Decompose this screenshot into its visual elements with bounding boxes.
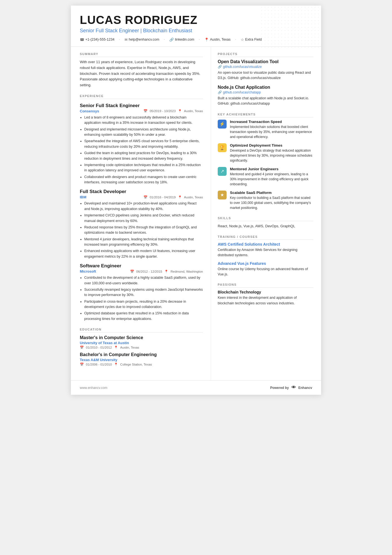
- project-link-2: 🔗 github.com/lucas/chatapp: [218, 90, 313, 94]
- project-desc-2: Built a scalable chat application with N…: [218, 96, 313, 107]
- achievement-desc-4: Key contributor to building a SaaS platf…: [230, 195, 313, 210]
- education-section: EDUCATION Master's in Computer Science U…: [80, 328, 203, 366]
- achievement-item-2: 🏆 Optimized Deployment Times Developed a…: [218, 143, 313, 163]
- link-icon: 🔗: [169, 38, 174, 42]
- project-desc-1: An open-source tool to visualize public …: [218, 70, 313, 81]
- achievement-item-1: ⚡ Increased Transaction Speed Implemente…: [218, 120, 313, 139]
- training-label: TRAINING / COURSES: [218, 235, 313, 240]
- job-title-3: Software Engineer: [80, 263, 203, 269]
- job-meta-2: IBM 📅 01/2016 - 04/2019 📍 Austin, Texas: [80, 195, 203, 199]
- edu-meta-1: 📅 01/2010 - 01/2012 📍 Austin, Texas: [80, 346, 203, 349]
- calendar-icon-1: 📅: [143, 109, 147, 113]
- list-item: Implementing code optimization technique…: [84, 162, 203, 173]
- job-dates-3: 📅 06/2012 - 12/2015 📍 Redmond, Washingto…: [130, 270, 203, 273]
- achievement-icon-3: ↗: [218, 167, 227, 176]
- training-desc-1: Certification by Amazon Web Services for…: [218, 247, 313, 258]
- job-dates-2: 📅 01/2016 - 04/2019 📍 Austin, Texas: [143, 195, 203, 199]
- edu-degree-2: Bachelor's in Computer Engineering: [80, 352, 203, 357]
- projects-section: PROJECTS Open Data Visualization Tool 🔗 …: [218, 52, 313, 107]
- footer: www.enhancv.com Powered by Enhancv: [71, 380, 321, 395]
- training-name-2: Advanced Vue.js Features: [218, 261, 313, 266]
- achievement-icon-1: ⚡: [218, 120, 227, 129]
- footer-website: www.enhancv.com: [80, 386, 107, 390]
- summary-label: SUMMARY: [80, 52, 203, 57]
- passion-name-1: Blockchain Technology: [218, 290, 313, 294]
- sep-3: ·: [199, 37, 200, 42]
- main-content: SUMMARY With over 11 years of experience…: [71, 47, 321, 380]
- achievements-label: KEY ACHIEVEMENTS: [218, 113, 313, 117]
- calendar-icon-3: 📅: [130, 270, 134, 273]
- link-icon-p2: 🔗: [218, 90, 222, 94]
- job-company-2: IBM: [80, 195, 86, 199]
- job-company-3: Microsoft: [80, 269, 96, 273]
- education-label: EDUCATION: [80, 328, 203, 332]
- experience-label: EXPERIENCE: [80, 94, 203, 99]
- job-bullets-1: Led a team of 8 engineers and successful…: [80, 115, 203, 185]
- experience-section: EXPERIENCE Senior Full Stack Engineer Co…: [80, 94, 203, 322]
- list-item: Reduced response times by 25% through th…: [84, 225, 203, 236]
- job-dates-1: 📅 05/2019 - 10/2023 📍 Austin, Texas: [143, 109, 203, 113]
- skills-label: SKILLS: [218, 216, 313, 221]
- contact-phone: ☎ +1-(234)-555-1234: [80, 38, 115, 42]
- list-item: Developed and maintained 10+ production-…: [84, 201, 203, 212]
- list-item: Spearheaded the integration of AWS cloud…: [84, 139, 203, 149]
- achievement-item-3: ↗ Mentored Junior Engineers Mentored and…: [218, 167, 313, 187]
- job-bullets-3: Contributed to the development of a high…: [80, 275, 203, 322]
- passions-section: PASSIONS Blockchain Technology Keen inte…: [218, 283, 313, 306]
- edu-meta-2: 📅 01/2006 - 01/2010 📍 College Station, T…: [80, 362, 203, 366]
- training-section: TRAINING / COURSES AWS Certified Solutio…: [218, 235, 313, 277]
- list-item: Designed and implemented microservices a…: [84, 127, 203, 138]
- svg-point-0: [293, 386, 294, 388]
- list-item: Enhanced existing applications with mode…: [84, 248, 203, 259]
- job-bullets-2: Developed and maintained 10+ production-…: [80, 201, 203, 259]
- list-item: Mentored 4 junior developers, leading te…: [84, 237, 203, 248]
- enhancv-logo-icon: [291, 384, 297, 391]
- list-item: Successfully revamped legacy systems usi…: [84, 287, 203, 298]
- project-link-1: 🔗 github.com/lucas/visualize: [218, 65, 313, 69]
- achievement-desc-2: Developed a DevOps strategy that reduced…: [230, 148, 313, 163]
- achievement-desc-3: Mentored and guided 4 junior engineers, …: [230, 172, 313, 187]
- job-meta-1: Consensys 📅 05/2019 - 10/2023 📍 Austin, …: [80, 109, 203, 113]
- summary-section: SUMMARY With over 11 years of experience…: [80, 52, 203, 88]
- footer-brand: Powered by Enhancv: [270, 384, 312, 391]
- pin-icon-1: 📍: [178, 109, 182, 113]
- contact-row: ☎ +1-(234)-555-1234 · ✉ help@enhancv.com…: [80, 37, 312, 42]
- training-desc-2: Online course by Udemy focusing on advan…: [218, 267, 313, 277]
- pin-icon-2: 📍: [178, 195, 182, 199]
- achievement-icon-4: ★: [218, 191, 227, 199]
- list-item: Guided the team in adopting best practic…: [84, 151, 203, 161]
- list-item: Participated in cross-team projects, res…: [84, 299, 203, 310]
- header-section: LUCAS RODRIGUEZ Senior Full Stack Engine…: [71, 6, 321, 46]
- list-item: Contributed to the development of a high…: [84, 275, 203, 286]
- training-name-1: AWS Certified Solutions Architect: [218, 242, 313, 246]
- email-icon: ✉: [125, 38, 128, 42]
- edu-school-1: University of Texas at Austin: [80, 341, 203, 345]
- list-item: Optimized database queries that resulted…: [84, 311, 203, 322]
- projects-label: PROJECTS: [218, 52, 313, 57]
- project-name-2: Node.js Chat Application: [218, 85, 313, 90]
- achievement-icon-2: 🏆: [218, 143, 227, 152]
- edu-school-2: Texas A&M University: [80, 358, 203, 362]
- achievement-title-4: Scalable SaaS Platform: [230, 191, 313, 195]
- contact-linkedin: 🔗 linkedin.com: [169, 38, 194, 42]
- location-icon: 📍: [204, 38, 209, 42]
- passions-label: PASSIONS: [218, 283, 313, 288]
- skills-section: SKILLS React, Node.js, Vue.js, AWS, DevO…: [218, 216, 313, 229]
- pin-icon-edu1: 📍: [114, 346, 118, 349]
- sep-1: ·: [119, 37, 120, 42]
- achievements-section: KEY ACHIEVEMENTS ⚡ Increased Transaction…: [218, 113, 313, 210]
- achievement-title-1: Increased Transaction Speed: [230, 120, 313, 124]
- contact-extra: ☆ Extra Field: [241, 38, 262, 42]
- star-icon: ☆: [241, 38, 244, 42]
- passion-desc-1: Keen interest in the development and app…: [218, 295, 313, 306]
- edu-degree-1: Master's in Computer Science: [80, 335, 203, 340]
- achievement-item-4: ★ Scalable SaaS Platform Key contributor…: [218, 191, 313, 210]
- contact-location: 📍 Austin, Texas: [204, 38, 230, 42]
- right-column: PROJECTS Open Data Visualization Tool 🔗 …: [211, 47, 321, 380]
- job-title-2: Full Stack Developer: [80, 189, 203, 194]
- candidate-name: LUCAS RODRIGUEZ: [80, 13, 312, 27]
- sep-2: ·: [164, 37, 165, 42]
- achievement-title-2: Optimized Deployment Times: [230, 143, 313, 147]
- job-meta-3: Microsoft 📅 06/2012 - 12/2015 📍 Redmond,…: [80, 269, 203, 273]
- skills-text: React, Node.js, Vue.js, AWS, DevOps, Gra…: [218, 223, 313, 229]
